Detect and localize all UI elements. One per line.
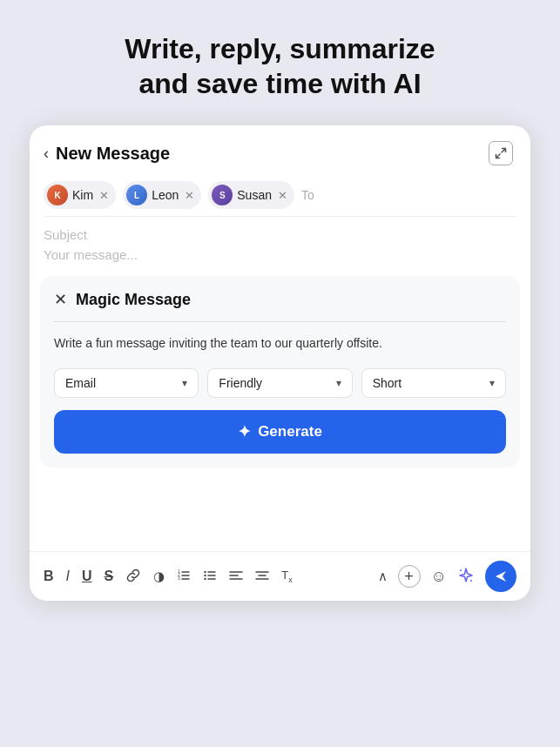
send-button[interactable] [485, 561, 516, 592]
back-button[interactable]: ‹ [44, 145, 49, 161]
add-button[interactable]: + [398, 565, 421, 588]
generate-button[interactable]: ✦ Generate [54, 410, 506, 454]
remove-kim-button[interactable]: ✕ [99, 189, 109, 202]
dropdowns-row: Email ▾ Friendly ▾ Short ▾ [54, 368, 506, 398]
email-header: ‹ New Message [30, 125, 530, 176]
italic-button[interactable]: I [66, 569, 70, 584]
svg-point-9 [205, 570, 206, 572]
magic-divider [54, 321, 506, 322]
expand-button[interactable] [489, 141, 513, 165]
avatar-susan: S [212, 185, 233, 205]
email-card: ‹ New Message K Kim ✕ L Leon ✕ S Susan ✕… [30, 125, 530, 601]
magic-title: Magic Message [76, 291, 191, 309]
compose-area: Subject Your message... [30, 217, 530, 276]
compose-spacer [30, 481, 530, 551]
clear-format-button[interactable]: Tx [281, 569, 292, 584]
underline-button[interactable]: U [82, 569, 92, 584]
avatar-kim: K [47, 185, 68, 205]
ordered-list-button[interactable]: 123 [177, 569, 191, 585]
recipient-name-kim: Kim [72, 188, 93, 202]
align-left-button[interactable] [229, 569, 243, 585]
type-arrow-icon: ▾ [182, 377, 187, 389]
type-dropdown[interactable]: Email ▾ [54, 368, 199, 398]
magic-panel: ✕ Magic Message Write a fun message invi… [40, 276, 520, 468]
remove-leon-button[interactable]: ✕ [185, 189, 194, 202]
bold-button[interactable]: B [44, 569, 54, 584]
tone-arrow-icon: ▾ [336, 377, 341, 389]
align-center-button[interactable] [255, 569, 269, 585]
toolbar: B I U S ◑ 123 Tx ∧ + ☺ [30, 551, 530, 601]
svg-point-11 [205, 577, 206, 579]
to-label: To [301, 188, 314, 202]
tone-dropdown[interactable]: Friendly ▾ [207, 368, 352, 398]
svg-point-19 [470, 580, 472, 582]
length-label: Short [373, 376, 401, 390]
length-arrow-icon: ▾ [489, 377, 495, 389]
recipients-row: K Kim ✕ L Leon ✕ S Susan ✕ To [30, 176, 530, 216]
svg-point-10 [205, 574, 206, 575]
hero-title: Write, reply, summarize and save time wi… [90, 31, 469, 101]
emoji-button[interactable]: ☺ [431, 568, 447, 586]
recipient-chip-kim[interactable]: K Kim ✕ [44, 181, 116, 209]
email-title: New Message [56, 144, 170, 164]
send-icon [494, 569, 508, 583]
expand-icon [495, 147, 507, 159]
type-label: Email [65, 376, 96, 390]
recipient-chip-susan[interactable]: S Susan ✕ [208, 181, 294, 209]
sparkle-icon: ✦ [238, 422, 251, 441]
tone-label: Friendly [219, 376, 262, 390]
header-left: ‹ New Message [44, 144, 170, 164]
link-button[interactable] [125, 568, 141, 586]
recipient-name-leon: Leon [152, 188, 179, 202]
remove-susan-button[interactable]: ✕ [278, 189, 287, 202]
length-dropdown[interactable]: Short ▾ [361, 368, 506, 398]
magic-prompt: Write a fun message inviting the team to… [54, 334, 506, 353]
ai-sparkle-button[interactable] [457, 567, 475, 587]
recipient-chip-leon[interactable]: L Leon ✕ [123, 181, 201, 209]
generate-label: Generate [258, 423, 322, 441]
magic-close-button[interactable]: ✕ [54, 290, 67, 309]
svg-text:3: 3 [178, 575, 180, 581]
unordered-list-button[interactable] [203, 569, 217, 585]
strikethrough-button[interactable]: S [105, 569, 114, 584]
collapse-icon[interactable]: ∧ [378, 569, 388, 584]
avatar-leon: L [126, 185, 147, 205]
body-placeholder[interactable]: Your message... [44, 247, 516, 262]
toolbar-left: B I U S ◑ 123 Tx [44, 568, 293, 586]
subject-placeholder[interactable]: Subject [44, 227, 516, 242]
magic-header: ✕ Magic Message [54, 290, 506, 309]
toolbar-right: ∧ + ☺ [378, 561, 516, 592]
paint-button[interactable]: ◑ [153, 569, 165, 584]
svg-point-18 [460, 569, 462, 571]
recipient-name-susan: Susan [237, 188, 272, 202]
